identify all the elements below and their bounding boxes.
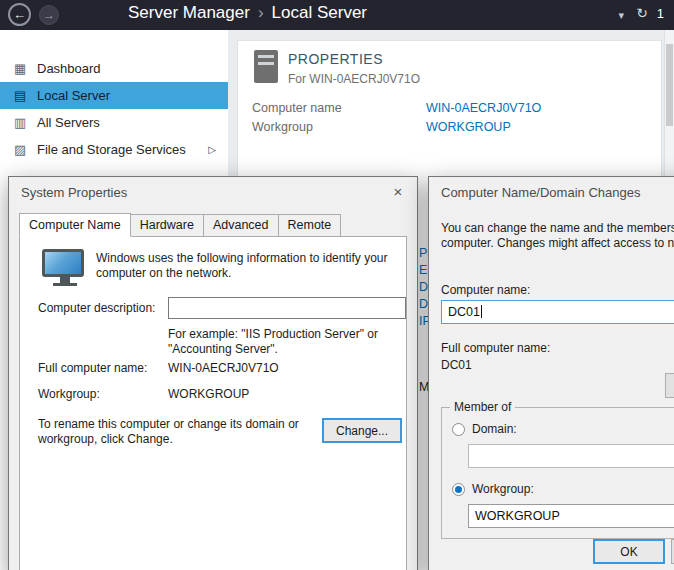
breadcrumb-separator: › — [258, 3, 264, 22]
workgroup-radio[interactable] — [452, 483, 465, 496]
properties-panel-subtitle: For WIN-0AECRJ0V71O — [288, 72, 420, 86]
domain-radio[interactable] — [452, 423, 465, 436]
domain-changes-dialog: Computer Name/Domain Changes You can cha… — [428, 176, 674, 570]
scrollbar-thumb[interactable] — [666, 44, 673, 126]
sidebar-item-all-servers[interactable]: ▥All Servers — [0, 109, 228, 136]
intro-text-line1: You can change the name and the membersh… — [441, 221, 674, 236]
breadcrumb: Server Manager›Local Server — [128, 3, 367, 23]
back-button[interactable]: ← — [8, 3, 31, 26]
expand-arrow-icon[interactable]: ▷ — [208, 136, 216, 163]
full-computer-name-value: DC01 — [441, 358, 472, 373]
sidebar-item-label: All Servers — [37, 115, 100, 130]
change-button[interactable]: Change... — [322, 418, 402, 443]
sidebar-item-file-storage-services[interactable]: ▨File and Storage Services ▷ — [0, 136, 228, 163]
more-button-clipped[interactable] — [665, 373, 674, 398]
tab-advanced[interactable]: Advanced — [204, 214, 279, 237]
domain-input[interactable] — [468, 444, 674, 468]
workgroup-radio-label[interactable]: Workgroup: — [472, 482, 534, 497]
dialog-title: Computer Name/Domain Changes — [441, 185, 640, 200]
workgroup-input-value: WORKGROUP — [475, 509, 560, 523]
app-title: Server Manager — [128, 3, 250, 22]
tab-hardware[interactable]: Hardware — [131, 214, 204, 237]
intro-text-line2: computer. Changes might affect access to… — [441, 236, 674, 251]
system-properties-dialog: System Properties × Computer Name Hardwa… — [8, 176, 418, 570]
server-icon: ▤ — [14, 82, 37, 109]
close-icon[interactable]: × — [383, 181, 413, 203]
workgroup-input[interactable]: WORKGROUP — [468, 504, 674, 528]
forward-button[interactable]: → — [39, 5, 59, 25]
rename-hint-text: To rename this computer or change its do… — [38, 417, 316, 447]
page-title: Local Server — [272, 3, 367, 22]
full-computer-name-label: Full computer name: — [441, 341, 550, 356]
sidebar-item-label: Local Server — [37, 88, 110, 103]
server-manager-window: ← → Server Manager›Local Server ▾ ↻ 1 ▦D… — [0, 0, 674, 570]
computer-monitor-icon — [42, 249, 88, 286]
property-row: Workgroup WORKGROUP — [252, 120, 653, 139]
intro-text: Windows uses the following information t… — [96, 251, 390, 281]
ok-button[interactable]: OK — [593, 539, 665, 564]
sidebar-item-local-server[interactable]: ▤Local Server — [0, 82, 228, 109]
member-of-groupbox: Member of Domain: Workgroup: WORKGROUP — [441, 407, 674, 539]
refresh-icon[interactable]: ↻ — [636, 5, 648, 21]
computer-name-input[interactable]: DC01 — [441, 300, 674, 324]
dashboard-icon: ▦ — [14, 55, 37, 82]
workgroup-link[interactable]: WORKGROUP — [426, 120, 511, 134]
sidebar-item-dashboard[interactable]: ▦Dashboard — [0, 55, 228, 82]
tab-remote[interactable]: Remote — [279, 214, 342, 237]
computer-description-input[interactable] — [168, 297, 406, 319]
property-row: Computer name WIN-0AECRJ0V71O — [252, 101, 653, 120]
computer-name-tab-page: Windows uses the following information t… — [19, 236, 407, 570]
storage-icon: ▨ — [14, 136, 37, 163]
chevron-down-icon[interactable]: ▾ — [618, 9, 624, 22]
server-tile-icon — [254, 50, 278, 83]
workgroup-label: Workgroup: — [38, 387, 100, 402]
servers-icon: ▥ — [14, 109, 37, 136]
full-computer-name-value: WIN-0AECRJ0V71O — [168, 361, 279, 376]
property-label: Workgroup — [252, 120, 313, 134]
properties-panel-title: PROPERTIES — [288, 51, 383, 67]
workgroup-value: WORKGROUP — [168, 387, 249, 402]
computer-description-label: Computer description: — [38, 301, 155, 316]
computer-name-label: Computer name: — [441, 283, 530, 298]
sidebar-item-label: Dashboard — [37, 61, 101, 76]
back-arrow-icon: ← — [13, 7, 26, 22]
computer-name-link[interactable]: WIN-0AECRJ0V71O — [426, 101, 541, 115]
property-label: Computer name — [252, 101, 342, 115]
computer-name-input-value: DC01 — [448, 305, 480, 319]
description-example-text: For example: "IIS Production Server" or … — [168, 327, 406, 357]
tab-strip: Computer Name Hardware Advanced Remote — [19, 213, 341, 237]
forward-arrow-icon: → — [43, 8, 55, 22]
topbar: ← → Server Manager›Local Server ▾ ↻ 1 — [0, 0, 674, 30]
tab-computer-name[interactable]: Computer Name — [19, 213, 131, 237]
domain-radio-label[interactable]: Domain: — [472, 422, 517, 437]
text-cursor — [481, 305, 482, 318]
notification-count[interactable]: 1 — [657, 6, 664, 21]
member-of-label: Member of — [450, 400, 515, 415]
full-computer-name-label: Full computer name: — [38, 361, 147, 376]
sidebar-item-label: File and Storage Services — [37, 142, 186, 157]
dialog-title: System Properties — [21, 185, 127, 200]
